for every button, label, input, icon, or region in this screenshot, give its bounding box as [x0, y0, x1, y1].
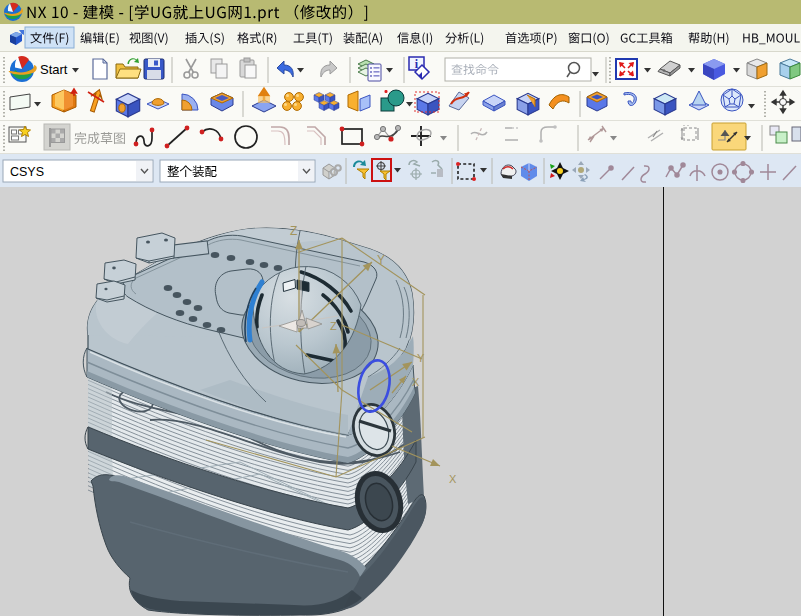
svg-text:Z: Z	[290, 224, 297, 238]
svg-text:Z: Z	[330, 320, 337, 332]
svg-text:X: X	[412, 376, 420, 388]
svg-text:CSYS: CSYS	[10, 165, 44, 179]
svg-text:Y: Y	[377, 253, 385, 267]
svg-text:Start: Start	[40, 62, 68, 77]
svg-text:Y: Y	[417, 352, 425, 364]
svg-text:X: X	[449, 473, 457, 485]
